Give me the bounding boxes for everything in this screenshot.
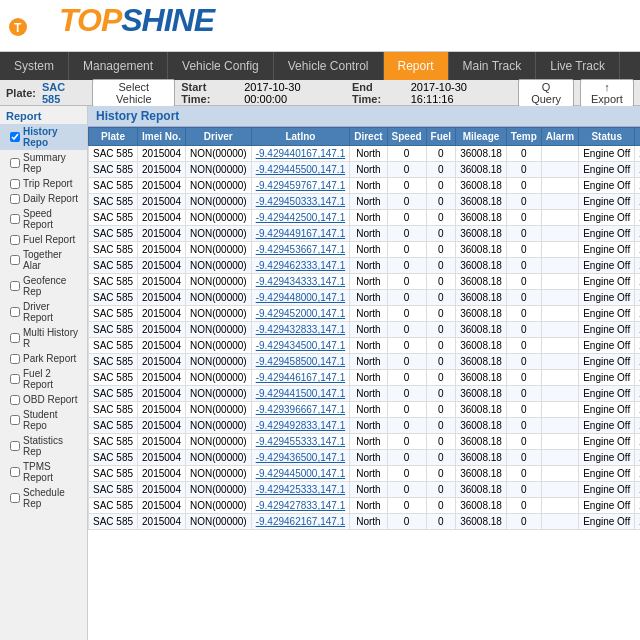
- table-cell: [541, 210, 578, 226]
- table-cell: 0: [426, 162, 456, 178]
- table-cell: Engine Off: [579, 354, 635, 370]
- sidebar-item-3[interactable]: Daily Report: [0, 191, 87, 206]
- sidebar-checkbox-14[interactable]: [10, 441, 20, 451]
- table-cell: 2017/10/30 0:29:57: [635, 418, 640, 434]
- table-cell: NON(00000): [185, 402, 251, 418]
- nav-system[interactable]: System: [0, 52, 69, 80]
- table-cell: 0: [387, 402, 426, 418]
- table-cell: 0: [506, 306, 541, 322]
- table-cell: North: [350, 418, 387, 434]
- table-cell: NON(00000): [185, 146, 251, 162]
- sidebar-item-1[interactable]: Summary Rep: [0, 150, 87, 176]
- sidebar-checkbox-3[interactable]: [10, 194, 20, 204]
- table-cell: 2015004: [138, 466, 186, 482]
- table-cell[interactable]: -9.429449167,147.1: [251, 226, 350, 242]
- table-cell[interactable]: -9.429445500,147.1: [251, 162, 350, 178]
- table-cell: 36008.18: [456, 242, 507, 258]
- sidebar-checkbox-1[interactable]: [10, 158, 20, 168]
- table-cell: 2015004: [138, 450, 186, 466]
- table-cell[interactable]: -9.429450333,147.1: [251, 194, 350, 210]
- table-cell[interactable]: -9.429427833,147.1: [251, 498, 350, 514]
- table-cell[interactable]: -9.429434333,147.1: [251, 274, 350, 290]
- sidebar-checkbox-9[interactable]: [10, 333, 20, 343]
- nav-main-track[interactable]: Main Track: [449, 52, 537, 80]
- table-cell: 2017/10/30 0:35:57: [635, 354, 640, 370]
- table-cell: 0: [387, 418, 426, 434]
- table-cell: NON(00000): [185, 210, 251, 226]
- sidebar-checkbox-0[interactable]: [10, 132, 20, 142]
- table-cell[interactable]: -9.429445000,147.1: [251, 466, 350, 482]
- table-cell[interactable]: -9.429492833,147.1: [251, 418, 350, 434]
- sidebar-item-7[interactable]: Geofence Rep: [0, 273, 87, 299]
- table-cell: 0: [506, 338, 541, 354]
- sidebar-checkbox-11[interactable]: [10, 374, 20, 384]
- table-cell[interactable]: -9.429458500,147.1: [251, 354, 350, 370]
- col-header: LatIno: [251, 128, 350, 146]
- sidebar-item-14[interactable]: Statistics Rep: [0, 433, 87, 459]
- table-cell: North: [350, 434, 387, 450]
- table-cell: 0: [426, 338, 456, 354]
- table-cell: 0: [426, 466, 456, 482]
- nav-management[interactable]: Management: [69, 52, 168, 80]
- table-cell: Engine Off: [579, 290, 635, 306]
- nav-report[interactable]: Report: [384, 52, 449, 80]
- table-cell[interactable]: -9.429442500,147.1: [251, 210, 350, 226]
- table-cell[interactable]: -9.429459767,147.1: [251, 178, 350, 194]
- table-cell[interactable]: -9.429396667,147.1: [251, 402, 350, 418]
- table-cell[interactable]: -9.429462333,147.1: [251, 258, 350, 274]
- sidebar-item-9[interactable]: Multi History R: [0, 325, 87, 351]
- table-row: SAC 5852015004NON(00000)-9.429427833,147…: [89, 498, 641, 514]
- table-cell[interactable]: -9.429446167,147.1: [251, 370, 350, 386]
- table-cell: 2017/10/30 0:21:57: [635, 306, 640, 322]
- sidebar-item-4[interactable]: Speed Report: [0, 206, 87, 232]
- export-button[interactable]: ↑ Export: [580, 79, 634, 107]
- table-cell: Engine Off: [579, 402, 635, 418]
- table-cell: 0: [426, 322, 456, 338]
- table-cell: Engine Off: [579, 210, 635, 226]
- sidebar-checkbox-12[interactable]: [10, 395, 20, 405]
- table-cell: 0: [387, 242, 426, 258]
- sidebar-item-10[interactable]: Park Report: [0, 351, 87, 366]
- table-cell[interactable]: -9.429462167,147.1: [251, 514, 350, 530]
- sidebar-item-0[interactable]: History Repo: [0, 124, 87, 150]
- sidebar-checkbox-10[interactable]: [10, 354, 20, 364]
- table-cell[interactable]: -9.429432833,147.1: [251, 322, 350, 338]
- sidebar-item-15[interactable]: TPMS Report: [0, 459, 87, 485]
- nav-live-track[interactable]: Live Track: [536, 52, 620, 80]
- sidebar-checkbox-7[interactable]: [10, 281, 20, 291]
- query-button[interactable]: Q Query: [518, 79, 573, 107]
- sidebar-checkbox-15[interactable]: [10, 467, 20, 477]
- table-cell: 2015004: [138, 290, 186, 306]
- sidebar-item-16[interactable]: Schedule Rep: [0, 485, 87, 511]
- sidebar-item-11[interactable]: Fuel 2 Report: [0, 366, 87, 392]
- table-cell[interactable]: -9.429441500,147.1: [251, 386, 350, 402]
- table-cell[interactable]: -9.429448000,147.1: [251, 290, 350, 306]
- table-cell: North: [350, 466, 387, 482]
- sidebar-item-8[interactable]: Driver Report: [0, 299, 87, 325]
- table-cell[interactable]: -9.429436500,147.1: [251, 450, 350, 466]
- table-cell: SAC 585: [89, 338, 138, 354]
- table-cell[interactable]: -9.429453667,147.1: [251, 242, 350, 258]
- nav-vehicle-control[interactable]: Vehicle Control: [274, 52, 384, 80]
- sidebar-checkbox-4[interactable]: [10, 214, 20, 224]
- nav-vehicle-config[interactable]: Vehicle Config: [168, 52, 274, 80]
- select-vehicle-button[interactable]: Select Vehicle: [92, 79, 175, 107]
- sidebar-checkbox-8[interactable]: [10, 307, 20, 317]
- sidebar-item-12[interactable]: OBD Report: [0, 392, 87, 407]
- table-cell[interactable]: -9.429440167,147.1: [251, 146, 350, 162]
- sidebar-checkbox-2[interactable]: [10, 179, 20, 189]
- sidebar-checkbox-13[interactable]: [10, 415, 20, 425]
- sidebar-item-13[interactable]: Student Repo: [0, 407, 87, 433]
- table-cell[interactable]: -9.429452000,147.1: [251, 306, 350, 322]
- table-cell: 36008.18: [456, 274, 507, 290]
- sidebar-item-2[interactable]: Trip Report: [0, 176, 87, 191]
- table-cell: 2017/10/30 0:34:57: [635, 322, 640, 338]
- sidebar-item-6[interactable]: Together Alar: [0, 247, 87, 273]
- sidebar-item-5[interactable]: Fuel Report: [0, 232, 87, 247]
- sidebar-checkbox-5[interactable]: [10, 235, 20, 245]
- table-cell[interactable]: -9.429455333,147.1: [251, 434, 350, 450]
- sidebar-checkbox-16[interactable]: [10, 493, 20, 503]
- table-cell[interactable]: -9.429425333,147.1: [251, 482, 350, 498]
- table-cell[interactable]: -9.429434500,147.1: [251, 338, 350, 354]
- sidebar-checkbox-6[interactable]: [10, 255, 20, 265]
